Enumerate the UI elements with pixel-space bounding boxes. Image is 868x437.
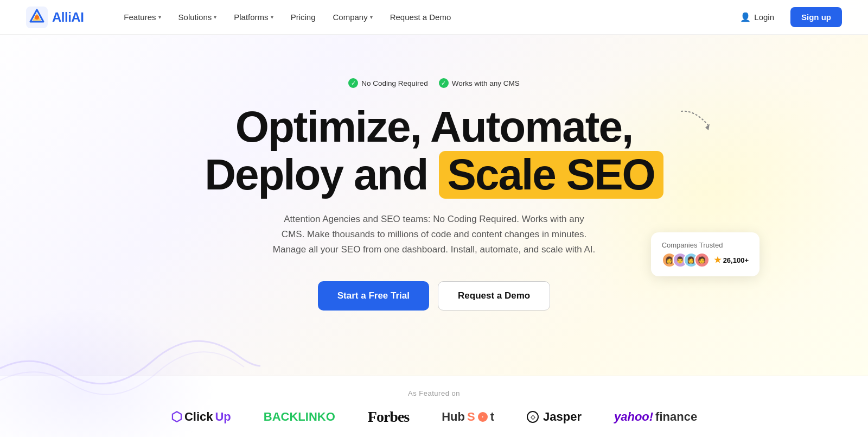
trusted-row: 👩 👨 👩 🧑 ★ 26,100+ xyxy=(662,252,749,268)
jasper-logo: ◇ Jasper xyxy=(527,410,582,424)
hero-title: Optimize, Automate, Deploy and Scale SEO xyxy=(205,103,663,199)
hero-content: ✓ No Coding Required ✓ Works with any CM… xyxy=(0,35,868,376)
nav-links: Features ▾ Solutions ▾ Platforms ▾ Prici… xyxy=(116,8,732,26)
check-icon: ✓ xyxy=(348,78,358,88)
svg-point-3 xyxy=(35,15,39,20)
request-demo-button[interactable]: Request a Demo xyxy=(438,281,550,311)
check-icon: ✓ xyxy=(439,78,449,88)
star-rating: ★ 26,100+ xyxy=(714,255,749,265)
nav-company[interactable]: Company ▾ xyxy=(325,8,380,26)
trusted-card: Companies Trusted 👩 👨 👩 🧑 ★ 26,100+ xyxy=(651,232,760,276)
chevron-down-icon: ▾ xyxy=(271,14,273,20)
trusted-card-content: Companies Trusted 👩 👨 👩 🧑 ★ 26,100+ xyxy=(662,241,749,268)
hero-buttons: Start a Free Trial Request a Demo xyxy=(318,281,550,311)
nav-platforms[interactable]: Platforms ▾ xyxy=(226,8,280,26)
login-button[interactable]: 👤 Login xyxy=(732,8,782,27)
star-icon: ★ xyxy=(714,255,721,265)
chevron-down-icon: ▾ xyxy=(214,14,216,20)
highlighted-text: Scale SEO xyxy=(439,151,663,199)
logo[interactable]: AlliAI xyxy=(26,7,84,28)
nav-request-demo[interactable]: Request a Demo xyxy=(382,8,459,26)
nav-features[interactable]: Features ▾ xyxy=(116,8,168,26)
logo-icon xyxy=(26,7,48,28)
nav-right: 👤 Login Sign up xyxy=(732,7,842,27)
logo-text: AlliAI xyxy=(52,10,84,25)
yahoo-finance-logo: yahoo!finance xyxy=(614,410,697,424)
badge-any-cms: ✓ Works with any CMS xyxy=(439,78,520,88)
start-trial-button[interactable]: Start a Free Trial xyxy=(318,281,429,311)
hubspot-dot: · xyxy=(478,412,488,422)
hero-badges: ✓ No Coding Required ✓ Works with any CM… xyxy=(348,78,519,88)
navbar: AlliAI Features ▾ Solutions ▾ Platforms … xyxy=(0,0,868,35)
avatar-stack: 👩 👨 👩 🧑 xyxy=(662,252,710,268)
hero-description: Attention Agencies and SEO teams: No Cod… xyxy=(271,212,597,257)
hero-section: Companies Trusted 👩 👨 👩 🧑 ★ 26,100+ ✓ No xyxy=(0,0,868,437)
nav-pricing[interactable]: Pricing xyxy=(283,8,323,26)
signup-button[interactable]: Sign up xyxy=(790,7,842,27)
forbes-logo: Forbes xyxy=(368,408,409,426)
hubspot-logo: HubS · t xyxy=(442,410,494,424)
badge-no-coding: ✓ No Coding Required xyxy=(348,78,427,88)
backlinko-logo: BACKLINKO xyxy=(264,410,335,424)
jasper-icon: ◇ xyxy=(527,411,539,423)
user-icon: 👤 xyxy=(740,12,751,22)
trusted-label: Companies Trusted xyxy=(662,241,749,249)
arrow-decoration xyxy=(678,109,711,138)
trusted-count: 26,100+ xyxy=(723,256,749,264)
chevron-down-icon: ▾ xyxy=(158,14,161,20)
avatar: 🧑 xyxy=(694,252,710,268)
nav-solutions[interactable]: Solutions ▾ xyxy=(171,8,225,26)
chevron-down-icon: ▾ xyxy=(370,14,373,20)
